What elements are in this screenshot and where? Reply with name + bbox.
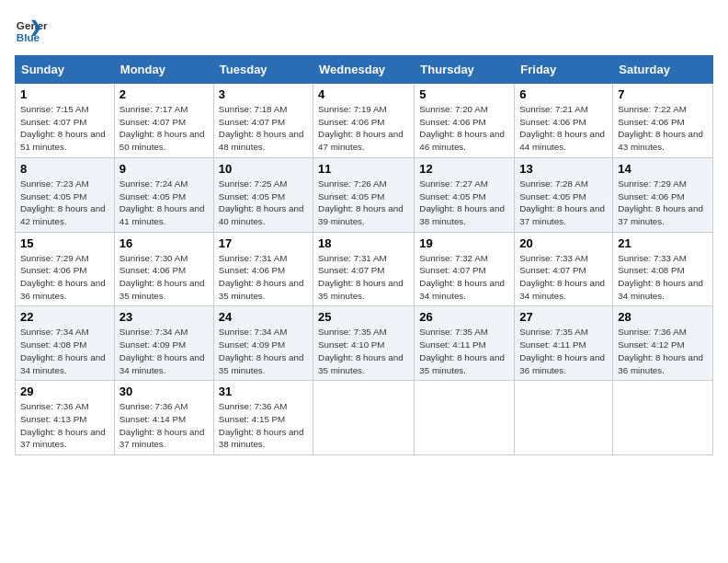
day-number: 3: [219, 87, 308, 101]
day-info: Sunrise: 7:34 AM Sunset: 4:09 PM Dayligh…: [119, 326, 209, 376]
day-info: Sunrise: 7:18 AM Sunset: 4:07 PM Dayligh…: [219, 103, 308, 154]
day-number: 13: [519, 162, 608, 176]
day-number: 10: [219, 162, 308, 176]
day-number: 24: [219, 310, 308, 324]
day-cell: 9 Sunrise: 7:24 AM Sunset: 4:05 PM Dayli…: [114, 157, 213, 232]
day-info: Sunrise: 7:25 AM Sunset: 4:05 PM Dayligh…: [219, 178, 308, 228]
day-info: Sunrise: 7:35 AM Sunset: 4:11 PM Dayligh…: [519, 326, 608, 376]
column-header-saturday: Saturday: [613, 56, 713, 84]
column-header-tuesday: Tuesday: [213, 56, 313, 84]
week-row-1: 1 Sunrise: 7:15 AM Sunset: 4:07 PM Dayli…: [16, 84, 713, 158]
day-cell: 4 Sunrise: 7:19 AM Sunset: 4:06 PM Dayli…: [313, 84, 415, 158]
column-header-friday: Friday: [515, 56, 613, 84]
day-cell: 23 Sunrise: 7:34 AM Sunset: 4:09 PM Dayl…: [114, 306, 213, 381]
day-info: Sunrise: 7:17 AM Sunset: 4:07 PM Dayligh…: [119, 103, 209, 154]
day-cell: 1 Sunrise: 7:15 AM Sunset: 4:07 PM Dayli…: [16, 84, 115, 158]
column-header-thursday: Thursday: [415, 56, 515, 84]
day-cell: 3 Sunrise: 7:18 AM Sunset: 4:07 PM Dayli…: [213, 84, 313, 158]
day-number: 27: [519, 310, 608, 324]
day-cell: 25 Sunrise: 7:35 AM Sunset: 4:10 PM Dayl…: [313, 306, 415, 381]
day-number: 31: [219, 385, 308, 398]
day-cell: [515, 381, 613, 455]
day-cell: 5 Sunrise: 7:20 AM Sunset: 4:06 PM Dayli…: [415, 84, 515, 158]
day-info: Sunrise: 7:21 AM Sunset: 4:06 PM Dayligh…: [519, 103, 608, 154]
day-info: Sunrise: 7:32 AM Sunset: 4:07 PM Dayligh…: [419, 252, 509, 303]
day-cell: 29 Sunrise: 7:36 AM Sunset: 4:13 PM Dayl…: [16, 381, 115, 455]
logo: General Blue: [15, 15, 51, 48]
day-number: 2: [119, 87, 209, 101]
day-number: 17: [219, 236, 308, 250]
day-cell: 26 Sunrise: 7:35 AM Sunset: 4:11 PM Dayl…: [415, 306, 515, 381]
day-cell: 20 Sunrise: 7:33 AM Sunset: 4:07 PM Dayl…: [515, 232, 613, 306]
day-info: Sunrise: 7:34 AM Sunset: 4:09 PM Dayligh…: [219, 326, 308, 376]
day-cell: 16 Sunrise: 7:30 AM Sunset: 4:06 PM Dayl…: [114, 232, 213, 306]
day-cell: 14 Sunrise: 7:29 AM Sunset: 4:06 PM Dayl…: [613, 157, 713, 232]
week-row-4: 22 Sunrise: 7:34 AM Sunset: 4:08 PM Dayl…: [16, 306, 713, 381]
week-row-2: 8 Sunrise: 7:23 AM Sunset: 4:05 PM Dayli…: [16, 157, 713, 232]
day-cell: 10 Sunrise: 7:25 AM Sunset: 4:05 PM Dayl…: [213, 157, 313, 232]
week-row-3: 15 Sunrise: 7:29 AM Sunset: 4:06 PM Dayl…: [16, 232, 713, 306]
day-info: Sunrise: 7:23 AM Sunset: 4:05 PM Dayligh…: [20, 178, 109, 228]
day-number: 30: [119, 385, 209, 398]
day-info: Sunrise: 7:30 AM Sunset: 4:06 PM Dayligh…: [119, 252, 209, 303]
day-info: Sunrise: 7:24 AM Sunset: 4:05 PM Dayligh…: [119, 178, 209, 228]
day-number: 7: [618, 87, 708, 101]
day-number: 15: [20, 236, 109, 250]
day-number: 1: [20, 87, 109, 101]
day-cell: 31 Sunrise: 7:36 AM Sunset: 4:15 PM Dayl…: [213, 381, 313, 455]
day-cell: 11 Sunrise: 7:26 AM Sunset: 4:05 PM Dayl…: [313, 157, 415, 232]
day-info: Sunrise: 7:36 AM Sunset: 4:15 PM Dayligh…: [219, 400, 308, 451]
day-number: 9: [119, 162, 209, 176]
day-info: Sunrise: 7:33 AM Sunset: 4:07 PM Dayligh…: [519, 252, 608, 303]
day-number: 25: [318, 310, 409, 324]
day-cell: 18 Sunrise: 7:31 AM Sunset: 4:07 PM Dayl…: [313, 232, 415, 306]
day-number: 22: [20, 310, 109, 324]
day-info: Sunrise: 7:35 AM Sunset: 4:11 PM Dayligh…: [419, 326, 509, 376]
day-info: Sunrise: 7:20 AM Sunset: 4:06 PM Dayligh…: [419, 103, 509, 154]
calendar-table: SundayMondayTuesdayWednesdayThursdayFrid…: [15, 55, 713, 455]
day-number: 18: [318, 236, 409, 250]
day-info: Sunrise: 7:29 AM Sunset: 4:06 PM Dayligh…: [20, 252, 109, 303]
column-header-monday: Monday: [114, 56, 213, 84]
day-cell: 27 Sunrise: 7:35 AM Sunset: 4:11 PM Dayl…: [515, 306, 613, 381]
day-info: Sunrise: 7:22 AM Sunset: 4:06 PM Dayligh…: [618, 103, 708, 154]
day-number: 11: [318, 162, 409, 176]
day-cell: 22 Sunrise: 7:34 AM Sunset: 4:08 PM Dayl…: [16, 306, 115, 381]
column-header-sunday: Sunday: [16, 56, 115, 84]
day-number: 26: [419, 310, 509, 324]
day-cell: 15 Sunrise: 7:29 AM Sunset: 4:06 PM Dayl…: [16, 232, 115, 306]
day-cell: 17 Sunrise: 7:31 AM Sunset: 4:06 PM Dayl…: [213, 232, 313, 306]
day-number: 4: [318, 87, 409, 101]
day-cell: 13 Sunrise: 7:28 AM Sunset: 4:05 PM Dayl…: [515, 157, 613, 232]
day-number: 23: [119, 310, 209, 324]
day-number: 5: [419, 87, 509, 101]
day-info: Sunrise: 7:28 AM Sunset: 4:05 PM Dayligh…: [519, 178, 608, 228]
day-info: Sunrise: 7:36 AM Sunset: 4:13 PM Dayligh…: [20, 400, 109, 451]
day-cell: [415, 381, 515, 455]
day-info: Sunrise: 7:19 AM Sunset: 4:06 PM Dayligh…: [318, 103, 409, 154]
day-number: 16: [119, 236, 209, 250]
day-cell: 6 Sunrise: 7:21 AM Sunset: 4:06 PM Dayli…: [515, 84, 613, 158]
day-number: 14: [618, 162, 708, 176]
day-cell: 21 Sunrise: 7:33 AM Sunset: 4:08 PM Dayl…: [613, 232, 713, 306]
day-info: Sunrise: 7:15 AM Sunset: 4:07 PM Dayligh…: [20, 103, 109, 154]
logo-icon: General Blue: [15, 15, 48, 48]
column-header-wednesday: Wednesday: [313, 56, 415, 84]
day-cell: 8 Sunrise: 7:23 AM Sunset: 4:05 PM Dayli…: [16, 157, 115, 232]
day-info: Sunrise: 7:29 AM Sunset: 4:06 PM Dayligh…: [618, 178, 708, 228]
day-info: Sunrise: 7:31 AM Sunset: 4:06 PM Dayligh…: [219, 252, 308, 303]
calendar-body: 1 Sunrise: 7:15 AM Sunset: 4:07 PM Dayli…: [16, 84, 713, 455]
day-cell: 28 Sunrise: 7:36 AM Sunset: 4:12 PM Dayl…: [613, 306, 713, 381]
day-number: 28: [618, 310, 708, 324]
day-info: Sunrise: 7:31 AM Sunset: 4:07 PM Dayligh…: [318, 252, 409, 303]
day-number: 8: [20, 162, 109, 176]
day-number: 20: [519, 236, 608, 250]
day-number: 12: [419, 162, 509, 176]
day-info: Sunrise: 7:27 AM Sunset: 4:05 PM Dayligh…: [419, 178, 509, 228]
day-info: Sunrise: 7:34 AM Sunset: 4:08 PM Dayligh…: [20, 326, 109, 376]
day-cell: 7 Sunrise: 7:22 AM Sunset: 4:06 PM Dayli…: [613, 84, 713, 158]
calendar-header-row: SundayMondayTuesdayWednesdayThursdayFrid…: [16, 56, 713, 84]
page-header: General Blue: [15, 15, 713, 48]
day-cell: 2 Sunrise: 7:17 AM Sunset: 4:07 PM Dayli…: [114, 84, 213, 158]
day-info: Sunrise: 7:26 AM Sunset: 4:05 PM Dayligh…: [318, 178, 409, 228]
